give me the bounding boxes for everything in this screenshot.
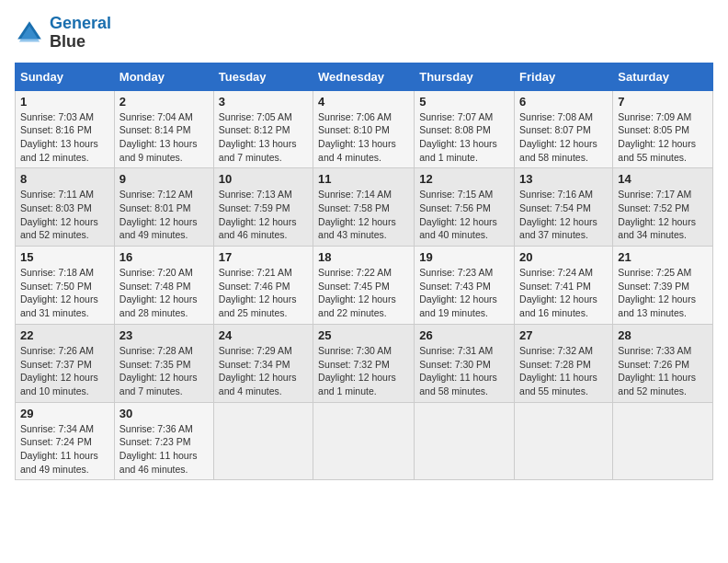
table-row: 28Sunrise: 7:33 AMSunset: 7:26 PMDayligh…	[613, 324, 713, 402]
day-detail: Sunrise: 7:28 AMSunset: 7:35 PMDaylight:…	[119, 344, 209, 398]
day-number: 16	[119, 250, 209, 264]
day-number: 24	[219, 328, 308, 342]
calendar-week-row: 29Sunrise: 7:34 AMSunset: 7:24 PMDayligh…	[16, 402, 713, 480]
page-header: General Blue	[15, 15, 713, 52]
table-row	[515, 402, 613, 480]
day-number: 13	[519, 172, 608, 186]
calendar-body: 1Sunrise: 7:03 AMSunset: 8:16 PMDaylight…	[16, 90, 713, 480]
table-row: 6Sunrise: 7:08 AMSunset: 8:07 PMDaylight…	[515, 90, 613, 168]
day-detail: Sunrise: 7:08 AMSunset: 8:07 PMDaylight:…	[519, 110, 608, 165]
table-row	[213, 402, 313, 480]
table-row	[613, 402, 713, 480]
day-detail: Sunrise: 7:14 AMSunset: 7:58 PMDaylight:…	[318, 188, 409, 242]
day-detail: Sunrise: 7:32 AMSunset: 7:28 PMDaylight:…	[519, 344, 608, 398]
day-number: 7	[618, 95, 708, 109]
day-detail: Sunrise: 7:18 AMSunset: 7:50 PMDaylight:…	[20, 266, 109, 320]
day-detail: Sunrise: 7:25 AMSunset: 7:39 PMDaylight:…	[618, 266, 708, 320]
table-row	[415, 402, 515, 480]
table-row: 25Sunrise: 7:30 AMSunset: 7:32 PMDayligh…	[313, 324, 415, 402]
day-number: 18	[318, 250, 409, 264]
day-number: 28	[618, 328, 708, 342]
day-number: 9	[119, 172, 209, 186]
calendar-table: Sunday Monday Tuesday Wednesday Thursday…	[15, 63, 713, 481]
day-number: 4	[318, 95, 409, 109]
day-detail: Sunrise: 7:22 AMSunset: 7:45 PMDaylight:…	[318, 266, 409, 320]
calendar-week-row: 15Sunrise: 7:18 AMSunset: 7:50 PMDayligh…	[16, 247, 713, 325]
day-detail: Sunrise: 7:09 AMSunset: 8:05 PMDaylight:…	[618, 110, 708, 165]
calendar-week-row: 1Sunrise: 7:03 AMSunset: 8:16 PMDaylight…	[16, 90, 713, 168]
day-detail: Sunrise: 7:07 AMSunset: 8:08 PMDaylight:…	[419, 110, 509, 165]
table-row: 13Sunrise: 7:16 AMSunset: 7:54 PMDayligh…	[515, 168, 613, 247]
day-detail: Sunrise: 7:04 AMSunset: 8:14 PMDaylight:…	[119, 110, 209, 165]
day-number: 3	[219, 95, 308, 109]
day-number: 25	[318, 328, 409, 342]
logo-text: General Blue	[50, 15, 111, 52]
table-row: 2Sunrise: 7:04 AMSunset: 8:14 PMDaylight…	[114, 90, 213, 168]
day-number: 17	[219, 250, 308, 264]
calendar-header-row: Sunday Monday Tuesday Wednesday Thursday…	[16, 63, 713, 90]
table-row: 21Sunrise: 7:25 AMSunset: 7:39 PMDayligh…	[613, 247, 713, 325]
day-number: 14	[618, 172, 708, 186]
day-detail: Sunrise: 7:11 AMSunset: 8:03 PMDaylight:…	[20, 188, 109, 242]
day-detail: Sunrise: 7:23 AMSunset: 7:43 PMDaylight:…	[419, 266, 509, 320]
day-detail: Sunrise: 7:12 AMSunset: 8:01 PMDaylight:…	[119, 188, 209, 242]
table-row: 10Sunrise: 7:13 AMSunset: 7:59 PMDayligh…	[213, 168, 313, 247]
day-number: 21	[618, 250, 708, 264]
table-row: 1Sunrise: 7:03 AMSunset: 8:16 PMDaylight…	[16, 90, 115, 168]
table-row: 5Sunrise: 7:07 AMSunset: 8:08 PMDaylight…	[415, 90, 515, 168]
table-row: 26Sunrise: 7:31 AMSunset: 7:30 PMDayligh…	[415, 324, 515, 402]
table-row	[313, 402, 415, 480]
day-number: 22	[20, 328, 109, 342]
table-row: 4Sunrise: 7:06 AMSunset: 8:10 PMDaylight…	[313, 90, 415, 168]
table-row: 7Sunrise: 7:09 AMSunset: 8:05 PMDaylight…	[613, 90, 713, 168]
day-detail: Sunrise: 7:29 AMSunset: 7:34 PMDaylight:…	[219, 344, 308, 398]
day-detail: Sunrise: 7:31 AMSunset: 7:30 PMDaylight:…	[419, 344, 509, 398]
col-wednesday: Wednesday	[313, 63, 415, 90]
day-detail: Sunrise: 7:15 AMSunset: 7:56 PMDaylight:…	[419, 188, 509, 242]
day-number: 12	[419, 172, 509, 186]
day-number: 23	[119, 328, 209, 342]
day-detail: Sunrise: 7:30 AMSunset: 7:32 PMDaylight:…	[318, 344, 409, 398]
table-row: 16Sunrise: 7:20 AMSunset: 7:48 PMDayligh…	[114, 247, 213, 325]
day-detail: Sunrise: 7:05 AMSunset: 8:12 PMDaylight:…	[219, 110, 308, 165]
table-row: 12Sunrise: 7:15 AMSunset: 7:56 PMDayligh…	[415, 168, 515, 247]
table-row: 3Sunrise: 7:05 AMSunset: 8:12 PMDaylight…	[213, 90, 313, 168]
table-row: 9Sunrise: 7:12 AMSunset: 8:01 PMDaylight…	[114, 168, 213, 247]
day-number: 15	[20, 250, 109, 264]
day-detail: Sunrise: 7:33 AMSunset: 7:26 PMDaylight:…	[618, 344, 708, 398]
day-number: 11	[318, 172, 409, 186]
table-row: 18Sunrise: 7:22 AMSunset: 7:45 PMDayligh…	[313, 247, 415, 325]
day-number: 19	[419, 250, 509, 264]
day-number: 30	[119, 407, 209, 420]
day-detail: Sunrise: 7:34 AMSunset: 7:24 PMDaylight:…	[20, 422, 109, 477]
day-detail: Sunrise: 7:20 AMSunset: 7:48 PMDaylight:…	[119, 266, 209, 320]
day-detail: Sunrise: 7:36 AMSunset: 7:23 PMDaylight:…	[119, 422, 209, 477]
calendar-week-row: 22Sunrise: 7:26 AMSunset: 7:37 PMDayligh…	[16, 324, 713, 402]
calendar-week-row: 8Sunrise: 7:11 AMSunset: 8:03 PMDaylight…	[16, 168, 713, 247]
table-row: 24Sunrise: 7:29 AMSunset: 7:34 PMDayligh…	[213, 324, 313, 402]
col-saturday: Saturday	[613, 63, 713, 90]
day-number: 29	[20, 407, 109, 420]
col-monday: Monday	[114, 63, 213, 90]
table-row: 17Sunrise: 7:21 AMSunset: 7:46 PMDayligh…	[213, 247, 313, 325]
day-detail: Sunrise: 7:13 AMSunset: 7:59 PMDaylight:…	[219, 188, 308, 242]
table-row: 19Sunrise: 7:23 AMSunset: 7:43 PMDayligh…	[415, 247, 515, 325]
col-thursday: Thursday	[415, 63, 515, 90]
day-number: 5	[419, 95, 509, 109]
day-detail: Sunrise: 7:03 AMSunset: 8:16 PMDaylight:…	[20, 110, 109, 165]
day-number: 27	[519, 328, 608, 342]
logo: General Blue	[15, 15, 111, 52]
day-number: 10	[219, 172, 308, 186]
table-row: 27Sunrise: 7:32 AMSunset: 7:28 PMDayligh…	[515, 324, 613, 402]
table-row: 30Sunrise: 7:36 AMSunset: 7:23 PMDayligh…	[114, 402, 213, 480]
day-number: 1	[20, 95, 109, 109]
day-detail: Sunrise: 7:26 AMSunset: 7:37 PMDaylight:…	[20, 344, 109, 398]
day-number: 20	[519, 250, 608, 264]
day-number: 26	[419, 328, 509, 342]
day-detail: Sunrise: 7:16 AMSunset: 7:54 PMDaylight:…	[519, 188, 608, 242]
table-row: 22Sunrise: 7:26 AMSunset: 7:37 PMDayligh…	[16, 324, 115, 402]
table-row: 23Sunrise: 7:28 AMSunset: 7:35 PMDayligh…	[114, 324, 213, 402]
day-detail: Sunrise: 7:21 AMSunset: 7:46 PMDaylight:…	[219, 266, 308, 320]
col-friday: Friday	[515, 63, 613, 90]
col-sunday: Sunday	[16, 63, 115, 90]
